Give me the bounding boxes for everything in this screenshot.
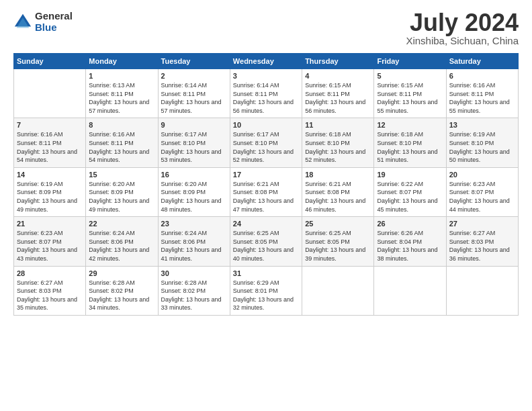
day-number: 28 [17, 269, 83, 277]
day-info: Sunrise: 6:26 AMSunset: 8:04 PMDaylight:… [377, 230, 437, 262]
day-number: 11 [305, 121, 371, 129]
calendar-cell: 7 Sunrise: 6:16 AMSunset: 8:11 PMDayligh… [14, 118, 86, 167]
calendar-table: Sunday Monday Tuesday Wednesday Thursday… [13, 53, 519, 316]
calendar-week-row: 21 Sunrise: 6:23 AMSunset: 8:07 PMDaylig… [14, 217, 519, 266]
col-tuesday: Tuesday [158, 54, 230, 69]
day-info: Sunrise: 6:13 AMSunset: 8:11 PMDaylight:… [89, 82, 149, 114]
day-info: Sunrise: 6:27 AMSunset: 8:03 PMDaylight:… [449, 230, 510, 262]
day-info: Sunrise: 6:14 AMSunset: 8:11 PMDaylight:… [161, 82, 222, 114]
calendar-cell: 24 Sunrise: 6:25 AMSunset: 8:05 PMDaylig… [230, 217, 302, 266]
calendar-cell: 25 Sunrise: 6:25 AMSunset: 8:05 PMDaylig… [302, 217, 374, 266]
calendar-cell: 10 Sunrise: 6:17 AMSunset: 8:10 PMDaylig… [230, 118, 302, 167]
day-info: Sunrise: 6:15 AMSunset: 8:11 PMDaylight:… [377, 82, 437, 114]
day-info: Sunrise: 6:15 AMSunset: 8:11 PMDaylight:… [305, 82, 365, 114]
day-number: 9 [161, 121, 227, 129]
day-number: 26 [377, 220, 443, 228]
day-info: Sunrise: 6:24 AMSunset: 8:06 PMDaylight:… [89, 230, 149, 262]
calendar-week-row: 7 Sunrise: 6:16 AMSunset: 8:11 PMDayligh… [14, 118, 519, 167]
calendar-cell: 16 Sunrise: 6:20 AMSunset: 8:09 PMDaylig… [158, 167, 230, 216]
header-row: Sunday Monday Tuesday Wednesday Thursday… [14, 54, 519, 69]
calendar-cell: 30 Sunrise: 6:28 AMSunset: 8:02 PMDaylig… [158, 266, 230, 315]
day-info: Sunrise: 6:18 AMSunset: 8:10 PMDaylight:… [305, 131, 365, 163]
calendar-cell: 18 Sunrise: 6:21 AMSunset: 8:08 PMDaylig… [302, 167, 374, 216]
day-info: Sunrise: 6:17 AMSunset: 8:10 PMDaylight:… [161, 131, 222, 163]
calendar-cell: 8 Sunrise: 6:16 AMSunset: 8:11 PMDayligh… [86, 118, 158, 167]
day-info: Sunrise: 6:27 AMSunset: 8:03 PMDaylight:… [17, 279, 77, 312]
page: General Blue July 2024 Xinshiba, Sichuan… [0, 0, 532, 411]
day-info: Sunrise: 6:20 AMSunset: 8:09 PMDaylight:… [161, 181, 222, 213]
calendar-cell: 17 Sunrise: 6:21 AMSunset: 8:08 PMDaylig… [230, 167, 302, 216]
calendar-cell: 31 Sunrise: 6:29 AMSunset: 8:01 PMDaylig… [230, 266, 302, 315]
logo: General Blue [13, 11, 73, 33]
day-number: 1 [89, 72, 154, 80]
logo-blue-text: Blue [35, 22, 73, 34]
day-info: Sunrise: 6:18 AMSunset: 8:10 PMDaylight:… [377, 131, 437, 163]
calendar-cell: 1 Sunrise: 6:13 AMSunset: 8:11 PMDayligh… [86, 69, 158, 118]
day-number: 12 [377, 121, 443, 129]
calendar-cell: 19 Sunrise: 6:22 AMSunset: 8:07 PMDaylig… [374, 167, 446, 216]
calendar-cell [14, 69, 86, 118]
day-info: Sunrise: 6:23 AMSunset: 8:07 PMDaylight:… [449, 181, 510, 213]
calendar-cell: 14 Sunrise: 6:19 AMSunset: 8:09 PMDaylig… [14, 167, 86, 216]
calendar-cell: 13 Sunrise: 6:19 AMSunset: 8:10 PMDaylig… [446, 118, 518, 167]
calendar-cell: 27 Sunrise: 6:27 AMSunset: 8:03 PMDaylig… [446, 217, 518, 266]
col-thursday: Thursday [302, 54, 374, 69]
calendar-cell: 28 Sunrise: 6:27 AMSunset: 8:03 PMDaylig… [14, 266, 86, 315]
day-info: Sunrise: 6:29 AMSunset: 8:01 PMDaylight:… [233, 279, 294, 312]
day-number: 13 [449, 121, 515, 129]
day-info: Sunrise: 6:28 AMSunset: 8:02 PMDaylight:… [89, 279, 149, 312]
day-number: 22 [89, 220, 154, 228]
day-info: Sunrise: 6:19 AMSunset: 8:10 PMDaylight:… [449, 131, 510, 163]
day-number: 31 [233, 269, 299, 277]
day-number: 30 [161, 269, 227, 277]
logo-icon [13, 13, 32, 32]
day-info: Sunrise: 6:20 AMSunset: 8:09 PMDaylight:… [89, 181, 149, 213]
day-number: 21 [17, 220, 83, 228]
day-number: 17 [233, 171, 299, 179]
calendar-cell: 9 Sunrise: 6:17 AMSunset: 8:10 PMDayligh… [158, 118, 230, 167]
calendar-cell: 22 Sunrise: 6:24 AMSunset: 8:06 PMDaylig… [86, 217, 158, 266]
logo-general-text: General [35, 11, 73, 22]
calendar-cell [302, 266, 374, 315]
col-wednesday: Wednesday [230, 54, 302, 69]
location-title: Xinshiba, Sichuan, China [406, 35, 519, 46]
calendar-cell: 11 Sunrise: 6:18 AMSunset: 8:10 PMDaylig… [302, 118, 374, 167]
day-info: Sunrise: 6:28 AMSunset: 8:02 PMDaylight:… [161, 279, 222, 312]
day-info: Sunrise: 6:25 AMSunset: 8:05 PMDaylight:… [233, 230, 294, 262]
calendar-cell: 3 Sunrise: 6:14 AMSunset: 8:11 PMDayligh… [230, 69, 302, 118]
title-area: July 2024 Xinshiba, Sichuan, China [406, 11, 519, 46]
calendar-cell: 4 Sunrise: 6:15 AMSunset: 8:11 PMDayligh… [302, 69, 374, 118]
calendar-cell [446, 266, 518, 315]
logo-text: General Blue [35, 11, 73, 33]
calendar-cell: 12 Sunrise: 6:18 AMSunset: 8:10 PMDaylig… [374, 118, 446, 167]
day-number: 7 [17, 121, 83, 129]
day-info: Sunrise: 6:16 AMSunset: 8:11 PMDaylight:… [89, 131, 149, 163]
day-number: 14 [17, 171, 83, 179]
day-number: 2 [161, 72, 227, 80]
day-info: Sunrise: 6:14 AMSunset: 8:11 PMDaylight:… [233, 82, 294, 114]
calendar-cell: 26 Sunrise: 6:26 AMSunset: 8:04 PMDaylig… [374, 217, 446, 266]
calendar-cell [374, 266, 446, 315]
day-info: Sunrise: 6:19 AMSunset: 8:09 PMDaylight:… [17, 181, 77, 213]
day-number: 23 [161, 220, 227, 228]
day-info: Sunrise: 6:17 AMSunset: 8:10 PMDaylight:… [233, 131, 294, 163]
day-number: 27 [449, 220, 515, 228]
calendar-week-row: 1 Sunrise: 6:13 AMSunset: 8:11 PMDayligh… [14, 69, 519, 118]
calendar-cell: 21 Sunrise: 6:23 AMSunset: 8:07 PMDaylig… [14, 217, 86, 266]
day-info: Sunrise: 6:23 AMSunset: 8:07 PMDaylight:… [17, 230, 77, 262]
day-info: Sunrise: 6:16 AMSunset: 8:11 PMDaylight:… [449, 82, 510, 114]
calendar-cell: 2 Sunrise: 6:14 AMSunset: 8:11 PMDayligh… [158, 69, 230, 118]
month-year-title: July 2024 [406, 11, 519, 35]
day-number: 18 [305, 171, 371, 179]
calendar-cell: 29 Sunrise: 6:28 AMSunset: 8:02 PMDaylig… [86, 266, 158, 315]
day-number: 5 [377, 72, 443, 80]
header-area: General Blue July 2024 Xinshiba, Sichuan… [13, 11, 519, 46]
calendar-cell: 5 Sunrise: 6:15 AMSunset: 8:11 PMDayligh… [374, 69, 446, 118]
day-number: 6 [449, 72, 515, 80]
day-info: Sunrise: 6:24 AMSunset: 8:06 PMDaylight:… [161, 230, 222, 262]
day-number: 3 [233, 72, 299, 80]
calendar-cell: 15 Sunrise: 6:20 AMSunset: 8:09 PMDaylig… [86, 167, 158, 216]
calendar-cell: 6 Sunrise: 6:16 AMSunset: 8:11 PMDayligh… [446, 69, 518, 118]
day-info: Sunrise: 6:22 AMSunset: 8:07 PMDaylight:… [377, 181, 437, 213]
day-number: 19 [377, 171, 443, 179]
